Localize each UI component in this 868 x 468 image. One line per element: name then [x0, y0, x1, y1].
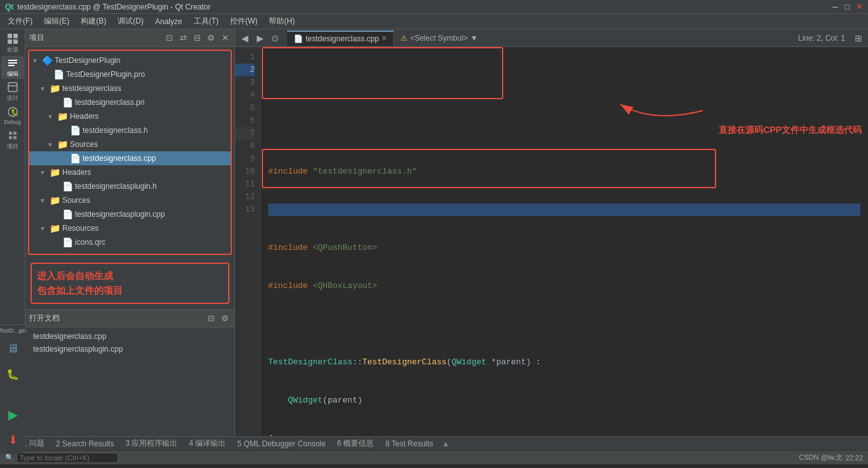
- bottom-tab-test[interactable]: 8 Test Results: [380, 438, 438, 450]
- open-docs-list: testdesignerclass.cpp testdesignerclaspl…: [25, 327, 234, 358]
- menu-help[interactable]: 帮助(H): [264, 15, 300, 28]
- file-tree: ▼ 🔷 TestDesignerPlugin 📄 TestDesignerPlu…: [28, 50, 232, 255]
- sources-folder-name-2: Sources: [62, 196, 90, 205]
- run-button[interactable]: ▶: [1, 403, 24, 426]
- folder-icon: 📁: [57, 111, 67, 121]
- debug-run-button[interactable]: 🖥: [1, 337, 24, 360]
- arrow-icon: ▼: [39, 225, 47, 232]
- main-area: 欢迎 编辑 设计 🐛 Debug 项目 ? 帮助 项目 ⊡ ⇄ ⊟: [0, 29, 868, 436]
- project-name: TestDesignerPlugin: [55, 56, 120, 65]
- tree-item-pri[interactable]: 📄 testdesignerclass.pri: [29, 95, 231, 109]
- menu-controls[interactable]: 控件(W): [225, 15, 262, 28]
- bottom-tab-search[interactable]: 2 Search Results: [51, 438, 119, 450]
- tree-item-plugin-h[interactable]: 📄 testdesignerclasplugin.h: [29, 179, 231, 193]
- minimize-button[interactable]: ─: [832, 2, 838, 11]
- arrow-icon: ▼: [39, 197, 47, 204]
- debug-icon-btn[interactable]: 🐛: [1, 362, 24, 385]
- tab-file-icon: 📄: [294, 34, 303, 43]
- nav-back-button[interactable]: ◀: [238, 31, 252, 45]
- open-doc-item-1[interactable]: testdesignerclass.cpp: [31, 330, 229, 343]
- code-content[interactable]: #include "testdesignerclass.h" #include …: [261, 47, 868, 436]
- open-doc-name-2: testdesignerclasplugin.cpp: [33, 345, 123, 354]
- code-line-4: #include <QHBoxLayout>: [268, 280, 860, 292]
- sidebar-item-edit[interactable]: 编辑: [1, 56, 24, 79]
- bottom-tab-expand[interactable]: ▲: [442, 439, 450, 448]
- nav-jump-button[interactable]: ⊙: [268, 31, 282, 45]
- edit-label: 编辑: [7, 70, 18, 78]
- code-line-6: TestDesignerClass::TestDesignerClass(QWi…: [268, 356, 860, 369]
- menu-analyze[interactable]: Analyze: [150, 16, 187, 27]
- bottom-tab-qml[interactable]: 5 QML Debugger Console: [232, 438, 330, 450]
- open-doc-item-2[interactable]: testdesignerclasplugin.cpp: [31, 343, 229, 355]
- tree-folder-headers-2[interactable]: ▼ 📁 Headers: [29, 165, 231, 179]
- qrc-file-name: icons.qrc: [75, 238, 105, 247]
- open-docs-collapse[interactable]: ⊟: [205, 313, 217, 324]
- tab-testdesignerclass-cpp[interactable]: 📄 testdesignerclass.cpp ✕: [287, 31, 394, 46]
- tree-item-cpp-main[interactable]: 📄 testdesignerclass.cpp: [29, 151, 231, 165]
- open-docs-settings[interactable]: ⚙: [219, 313, 231, 324]
- time-display: 22:22: [845, 454, 863, 462]
- symbol-selector[interactable]: ⚠ <Select Symbol> ▼: [395, 34, 483, 43]
- maximize-button[interactable]: □: [844, 2, 850, 11]
- bottom-tab-general[interactable]: 6 概要信息: [332, 437, 379, 450]
- tree-item-qrc[interactable]: 📄 icons.qrc: [29, 235, 231, 249]
- svg-rect-3: [13, 39, 18, 44]
- tree-folder-testdesignerclass[interactable]: ▼ 📁 testdesignerclass: [29, 81, 231, 95]
- sync-btn[interactable]: ⇄: [177, 32, 189, 44]
- tab-close-button[interactable]: ✕: [381, 34, 387, 43]
- menu-tools[interactable]: 工具(T): [189, 15, 224, 28]
- sidebar-item-project[interactable]: 项目: [1, 128, 24, 151]
- code-editor[interactable]: 1 2 3 4 5 6 7 8 9 10 11 12 13 #inc: [235, 47, 868, 436]
- qrc-file-icon: 📄: [62, 237, 72, 247]
- line-num-11: 11: [235, 178, 255, 191]
- split-editor-button[interactable]: ⊞: [851, 31, 865, 45]
- tree-item-pro[interactable]: 📄 TestDesignerPlugin.pro: [29, 67, 231, 81]
- tree-item-h[interactable]: 📄 testdesignerclass.h: [29, 123, 231, 137]
- code-line-1: #include "testdesignerclass.h": [268, 165, 860, 178]
- menu-edit[interactable]: 编辑(E): [39, 15, 74, 28]
- tree-folder-headers-1[interactable]: ▼ 📁 Headers: [29, 109, 231, 123]
- window-title: testdesignerclass.cpp @ TestDesignerPlug…: [17, 3, 210, 11]
- sidebar-item-design[interactable]: 设计: [1, 80, 24, 103]
- tree-folder-sources-1[interactable]: ▼ 📁 Sources: [29, 137, 231, 151]
- folder-icon: 📁: [57, 139, 67, 149]
- tree-folder-sources-2[interactable]: ▼ 📁 Sources: [29, 193, 231, 207]
- tree-item-plugin-cpp[interactable]: 📄 testdesignerclasplugin.cpp: [29, 207, 231, 221]
- code-annotation: 直接在源码CPP文件中生成框选代码: [694, 111, 862, 149]
- line-num-3: 3: [235, 76, 255, 89]
- bottom-tab-app-output[interactable]: 3 应用程序输出: [120, 437, 182, 450]
- project-panel-header: 项目 ⊡ ⇄ ⊟ ⚙ ✕: [25, 29, 234, 47]
- line-num-5: 5: [235, 102, 255, 114]
- folder-icon: 📁: [50, 223, 60, 233]
- warning-icon: ⚠: [400, 34, 407, 43]
- arrow-icon: ▼: [39, 85, 47, 92]
- menu-debug[interactable]: 调试(D): [112, 15, 149, 28]
- tree-folder-resources[interactable]: ▼ 📁 Resources: [29, 221, 231, 235]
- nav-forward-button[interactable]: ▶: [253, 31, 267, 45]
- locate-input[interactable]: [17, 453, 118, 463]
- h-file-name: testdesignerclass.h: [83, 126, 148, 135]
- svg-text:🐛: 🐛: [11, 108, 18, 116]
- line-num-6: 6: [235, 114, 255, 127]
- design-label: 设计: [7, 94, 18, 102]
- sidebar-item-welcome[interactable]: 欢迎: [1, 32, 24, 55]
- headers-folder-name-2: Headers: [62, 168, 91, 177]
- bottom-tab-compile[interactable]: 4 编译输出: [184, 437, 231, 450]
- arrow-icon: ▼: [39, 169, 47, 176]
- sidebar-item-debug[interactable]: 🐛 Debug: [1, 104, 24, 127]
- resources-folder-name: Resources: [62, 224, 98, 233]
- collapse-btn[interactable]: ⊟: [191, 32, 203, 44]
- menu-file[interactable]: 文件(F): [3, 15, 37, 28]
- close-panel-btn[interactable]: ✕: [219, 32, 231, 44]
- tab-filename: testdesignerclass.cpp: [306, 34, 379, 43]
- step-button[interactable]: ⬇: [1, 429, 24, 451]
- project-label: 项目: [7, 142, 18, 151]
- close-button[interactable]: ✕: [856, 2, 863, 11]
- filter-btn[interactable]: ⊡: [163, 32, 175, 44]
- code-line-3: #include <QPushButton>: [268, 242, 860, 254]
- menu-build[interactable]: 构建(B): [76, 15, 111, 28]
- settings-btn[interactable]: ⚙: [205, 32, 217, 44]
- plugin-cpp-name: testdesignerclasplugin.cpp: [75, 210, 165, 219]
- tree-root-project[interactable]: ▼ 🔷 TestDesignerPlugin: [29, 53, 231, 67]
- title-section: Qt testdesignerclass.cpp @ TestDesignerP…: [5, 3, 210, 11]
